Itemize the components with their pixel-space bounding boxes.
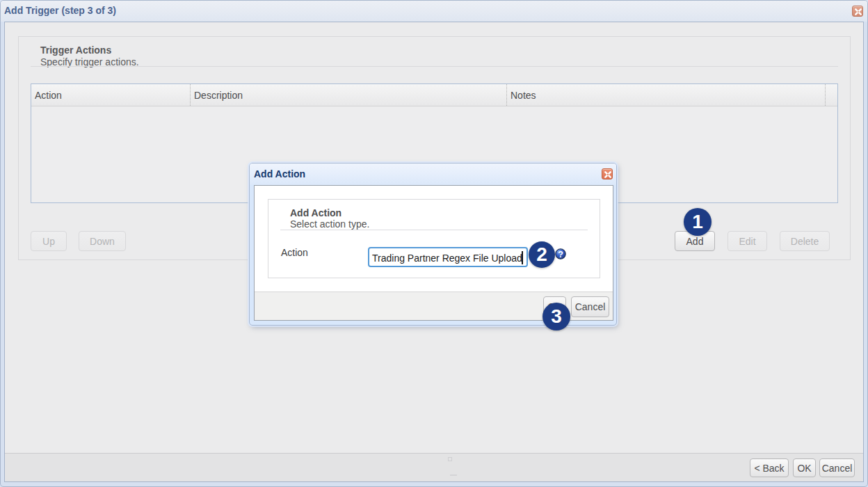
svg-text:?: ?	[558, 250, 563, 260]
